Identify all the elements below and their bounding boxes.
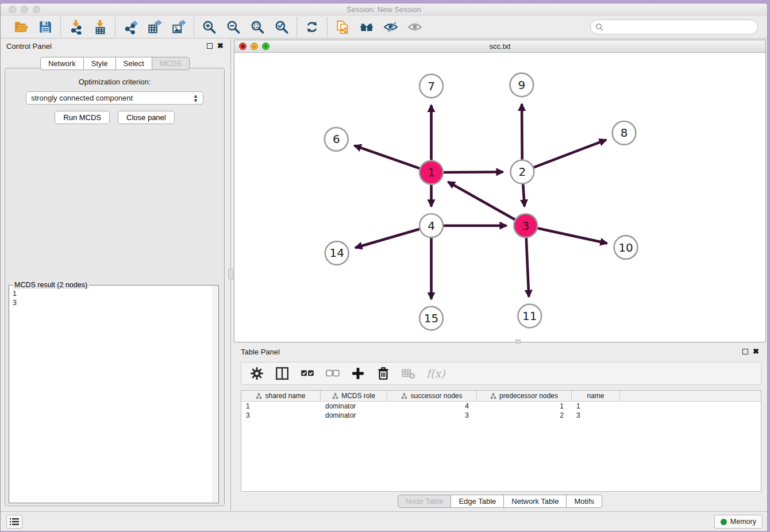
table-row[interactable]: 1dominator411: [241, 402, 761, 411]
optimization-criterion-label: Optimization criterion:: [5, 78, 224, 86]
import-table-icon[interactable]: [92, 19, 108, 35]
memory-status-icon: [721, 519, 727, 525]
home-icon[interactable]: [359, 19, 375, 35]
search-icon: [595, 23, 603, 33]
tab-motifs[interactable]: Motifs: [567, 495, 602, 508]
export-image-icon[interactable]: [171, 19, 187, 35]
zoom-in-icon[interactable]: [201, 19, 217, 35]
refresh-icon[interactable]: [304, 19, 320, 35]
node-label-11: 11: [522, 310, 537, 323]
main-toolbar: [1, 16, 767, 38]
control-panel-close-icon[interactable]: ✖: [217, 43, 224, 49]
tab-select[interactable]: Select: [116, 57, 152, 70]
column-header-MCDS-role[interactable]: MCDS role: [321, 391, 387, 401]
zoom-selected-icon[interactable]: [274, 19, 290, 35]
mcds-panel: Optimization criterion: strongly connect…: [5, 68, 225, 506]
window-title: Session: New Session: [1, 5, 767, 14]
column-header-successor-nodes[interactable]: successor nodes: [387, 391, 477, 401]
node-table: shared nameMCDS rolesuccessor nodesprede…: [241, 390, 761, 492]
edge-3-1[interactable]: [448, 182, 515, 219]
network-close-icon[interactable]: ✖: [239, 43, 247, 50]
cell-name[interactable]: 1: [572, 402, 620, 410]
result-scrollbar[interactable]: [213, 286, 218, 502]
edge-3-11[interactable]: [526, 238, 529, 297]
edge-2-3[interactable]: [523, 184, 524, 206]
column-header-predecessor-nodes[interactable]: predecessor nodes: [477, 391, 572, 401]
tab-mcds[interactable]: MCDS: [152, 57, 190, 70]
edge-1-6[interactable]: [355, 145, 420, 168]
network-frame-titlebar: ✖ – + scc.txt: [234, 40, 765, 53]
column-header-name[interactable]: name: [572, 391, 620, 401]
edge-3-10[interactable]: [538, 228, 607, 243]
save-session-icon[interactable]: [37, 19, 53, 35]
zoom-fit-icon[interactable]: [249, 19, 265, 35]
tab-network-table[interactable]: Network Table: [504, 495, 567, 508]
column-header-shared-name[interactable]: shared name: [241, 391, 321, 401]
run-mcds-button[interactable]: Run MCDS: [55, 111, 110, 124]
horizontal-splitter-grip[interactable]: [515, 340, 521, 344]
network-graph[interactable]: 1234678910111415: [234, 53, 765, 342]
table-tabs: Node TableEdge TableNetwork TableMotifs: [234, 495, 766, 508]
table-panel-close-icon[interactable]: ✖: [753, 349, 759, 354]
cell-successor-nodes[interactable]: 3: [387, 411, 477, 419]
network-title: scc.txt: [234, 42, 765, 51]
search-box: [590, 20, 758, 34]
edge-1-2[interactable]: [444, 172, 503, 172]
control-panel-float-icon[interactable]: [207, 43, 213, 49]
export-network-icon[interactable]: [122, 19, 138, 35]
delete-column-trash-icon[interactable]: [376, 366, 391, 381]
zoom-out-icon[interactable]: [225, 19, 241, 35]
window-titlebar: Session: New Session: [1, 3, 767, 16]
task-history-button[interactable]: [6, 515, 22, 529]
import-network-icon[interactable]: [68, 19, 84, 35]
cell-successor-nodes[interactable]: 4: [387, 402, 477, 410]
node-label-15: 15: [424, 312, 438, 325]
table-settings-gear-icon[interactable]: [249, 366, 264, 381]
optimization-criterion-select[interactable]: strongly connected component ▲▼: [26, 91, 203, 105]
cell-MCDS-role[interactable]: dominator: [321, 411, 387, 419]
node-label-4: 4: [428, 219, 435, 233]
control-panel: Control Panel ✖ NetworkStyleSelectMCDS O…: [1, 39, 229, 511]
hide-panel-eye-icon[interactable]: [383, 19, 399, 35]
select-all-icon[interactable]: [300, 366, 315, 381]
function-builder-icon[interactable]: f(x): [426, 367, 445, 380]
edge-4-14[interactable]: [355, 229, 419, 248]
edge-2-9[interactable]: [522, 104, 522, 160]
cell-name[interactable]: 3: [572, 411, 620, 419]
edge-2-8[interactable]: [534, 140, 606, 167]
tab-edge-table[interactable]: Edge Table: [451, 495, 504, 508]
cell-shared-name[interactable]: 3: [241, 411, 321, 419]
cell-predecessor-nodes[interactable]: 2: [477, 411, 572, 419]
search-input[interactable]: [590, 20, 758, 34]
delete-table-icon[interactable]: [401, 366, 416, 381]
deselect-all-icon[interactable]: [325, 366, 340, 381]
cell-MCDS-role[interactable]: dominator: [321, 402, 387, 410]
node-label-6: 6: [333, 133, 340, 146]
tab-node-table[interactable]: Node Table: [398, 495, 452, 508]
create-column-plus-icon[interactable]: [351, 366, 365, 381]
duplicate-network-icon[interactable]: [334, 19, 351, 35]
tab-style[interactable]: Style: [84, 57, 116, 70]
network-canvas[interactable]: 1234678910111415: [234, 53, 765, 342]
export-table-icon[interactable]: [147, 19, 163, 35]
tab-network[interactable]: Network: [40, 57, 84, 70]
network-minimize-icon[interactable]: –: [251, 43, 258, 50]
node-label-1: 1: [428, 166, 435, 179]
show-panel-eye-icon[interactable]: [407, 19, 423, 35]
table-toolbar: f(x): [241, 362, 761, 385]
sort-tree-icon: [332, 393, 338, 399]
cell-shared-name[interactable]: 1: [241, 402, 321, 410]
open-session-icon[interactable]: [13, 19, 29, 35]
show-column-panel-icon[interactable]: [275, 366, 290, 381]
table-row[interactable]: 3dominator323: [241, 411, 761, 420]
table-panel-float-icon[interactable]: [742, 349, 748, 354]
control-panel-tabs: NetworkStyleSelectMCDS: [1, 57, 229, 70]
vertical-splitter-grip[interactable]: [228, 269, 233, 279]
cell-predecessor-nodes[interactable]: 1: [477, 402, 572, 410]
memory-button[interactable]: Memory: [714, 515, 763, 529]
select-chevrons-icon: ▲▼: [193, 94, 198, 103]
mcds-result-box: MCDS result (2 nodes) 1 3: [9, 285, 219, 503]
control-panel-title: Control Panel: [6, 42, 52, 51]
close-panel-button[interactable]: Close panel: [118, 111, 175, 124]
network-maximize-icon[interactable]: +: [262, 43, 270, 50]
